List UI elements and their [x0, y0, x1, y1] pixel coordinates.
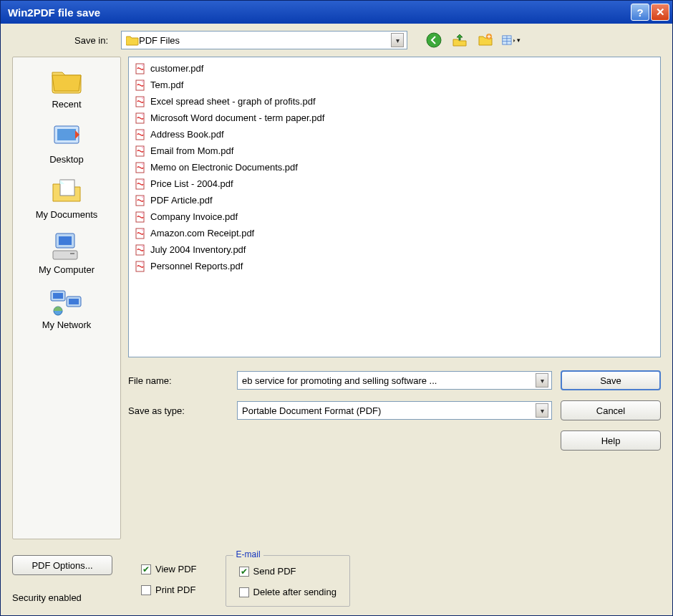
place-label: My Network	[42, 319, 92, 330]
pdf-file-icon	[135, 211, 146, 223]
save-as-type-label: Save as type:	[128, 405, 228, 416]
place-label: My Documents	[36, 209, 98, 220]
file-item[interactable]: Excel spread sheet - graph of profits.pd…	[135, 93, 654, 110]
client-area: Save in: PDF Files ▾	[1, 24, 672, 615]
pdf-file-icon	[135, 162, 146, 173]
chevron-down-icon[interactable]: ▾	[536, 373, 548, 388]
place-label: Desktop	[49, 154, 84, 165]
checkbox-icon	[141, 585, 151, 595]
file-name: Microsoft Word document - term paper.pdf	[150, 112, 324, 123]
file-item[interactable]: July 2004 Inventory.pdf	[135, 241, 654, 258]
file-item[interactable]: customer.pdf	[135, 60, 654, 77]
file-name: July 2004 Inventory.pdf	[150, 244, 246, 255]
pdf-checks: ✔ View PDF Print PDF	[141, 555, 197, 595]
my-network-icon	[49, 287, 84, 317]
place-my-network[interactable]: My Network	[42, 287, 92, 330]
form-rows: File name: eb service for promoting and …	[128, 370, 661, 451]
checkbox-label: View PDF	[155, 564, 197, 574]
save-as-type-value: Portable Document Format (PDF)	[242, 405, 536, 416]
file-name: Address Book.pdf	[150, 129, 224, 140]
email-group: E-mail ✔ Send PDF Delete after sending	[226, 555, 350, 607]
file-name: Price List - 2004.pdf	[150, 178, 233, 189]
file-item[interactable]: Microsoft Word document - term paper.pdf	[135, 110, 654, 126]
file-name: Email from Mom.pdf	[150, 145, 233, 156]
chevron-down-icon: ▾	[517, 37, 521, 44]
save-in-value: PDF Files	[139, 35, 391, 46]
titlebar-close-button[interactable]: ✕	[651, 4, 669, 21]
delete-after-sending-checkbox[interactable]: Delete after sending	[239, 587, 336, 597]
place-recent[interactable]: Recent	[49, 66, 84, 110]
svg-rect-13	[53, 251, 77, 259]
mid-area: Recent Desktop My Documents	[12, 57, 661, 539]
save-in-label: Save in:	[12, 35, 121, 46]
titlebar-help-button[interactable]: ?	[631, 4, 649, 21]
print-pdf-checkbox[interactable]: Print PDF	[141, 584, 197, 595]
file-name: customer.pdf	[150, 63, 203, 74]
file-name: Excel spread sheet - graph of profits.pd…	[150, 96, 316, 107]
pdf-file-icon	[135, 145, 146, 157]
place-label: Recent	[52, 99, 81, 110]
save-button[interactable]: Save	[561, 370, 661, 390]
checkbox-icon: ✔	[239, 567, 249, 577]
my-documents-icon	[49, 176, 84, 206]
file-name: Memo on Electronic Documents.pdf	[150, 162, 298, 173]
new-folder-button[interactable]	[476, 31, 495, 49]
bottom-options: PDF Options... Security enabled ✔ View P…	[12, 555, 661, 607]
titlebar: Win2PDF file save ? ✕	[1, 1, 672, 24]
svg-rect-16	[53, 293, 63, 299]
help-icon: ?	[636, 6, 643, 19]
pdf-file-icon	[135, 63, 146, 74]
email-legend: E-mail	[233, 549, 263, 559]
views-button[interactable]: ▾	[502, 31, 521, 49]
svg-rect-9	[57, 129, 76, 140]
place-my-computer[interactable]: My Computer	[39, 231, 95, 275]
send-pdf-checkbox[interactable]: ✔ Send PDF	[239, 566, 336, 577]
chevron-down-icon[interactable]: ▾	[536, 403, 548, 418]
checkbox-label: Delete after sending	[253, 587, 336, 597]
pdf-options-button[interactable]: PDF Options...	[12, 555, 112, 575]
save-as-type-combo[interactable]: Portable Document Format (PDF) ▾	[237, 401, 552, 420]
filename-combo[interactable]: eb service for promoting and selling sof…	[237, 371, 552, 390]
filename-value: eb service for promoting and selling sof…	[242, 375, 536, 386]
back-button[interactable]	[425, 31, 443, 49]
pdf-file-icon	[135, 96, 146, 107]
file-name: Personnel Reports.pdf	[150, 261, 243, 271]
desktop-icon	[49, 121, 84, 151]
file-item[interactable]: Tem.pdf	[135, 77, 654, 93]
svg-rect-14	[70, 253, 74, 254]
places-bar: Recent Desktop My Documents	[12, 57, 121, 539]
file-item[interactable]: Memo on Electronic Documents.pdf	[135, 159, 654, 175]
pdf-file-icon	[135, 228, 146, 239]
pdf-file-icon	[135, 129, 146, 140]
file-name: Company Invoice.pdf	[150, 211, 238, 222]
cancel-button[interactable]: Cancel	[561, 400, 661, 420]
file-item[interactable]: PDF Article.pdf	[135, 192, 654, 208]
folder-icon	[126, 34, 139, 46]
file-item[interactable]: Amazon.com Receipt.pdf	[135, 225, 654, 241]
file-item[interactable]: Email from Mom.pdf	[135, 143, 654, 159]
chevron-down-icon[interactable]: ▾	[391, 33, 404, 47]
filename-label: File name:	[128, 375, 228, 386]
file-list[interactable]: customer.pdfTem.pdfExcel spread sheet - …	[128, 57, 661, 357]
pdf-file-icon	[135, 178, 146, 190]
place-my-documents[interactable]: My Documents	[36, 176, 98, 220]
view-pdf-checkbox[interactable]: ✔ View PDF	[141, 564, 197, 574]
security-status: Security enabled	[12, 592, 112, 603]
place-desktop[interactable]: Desktop	[49, 121, 84, 165]
file-item[interactable]: Personnel Reports.pdf	[135, 258, 654, 274]
save-in-combo[interactable]: PDF Files ▾	[121, 31, 407, 49]
file-save-dialog: Win2PDF file save ? ✕ Save in: PDF Files…	[0, 0, 673, 616]
pdf-file-icon	[135, 195, 146, 206]
checkbox-icon	[239, 587, 249, 597]
help-button[interactable]: Help	[561, 430, 661, 451]
file-item[interactable]: Address Book.pdf	[135, 126, 654, 143]
pdf-file-icon	[135, 80, 146, 91]
svg-point-0	[427, 33, 441, 47]
place-label: My Computer	[39, 264, 95, 275]
checkbox-label: Send PDF	[253, 566, 296, 577]
up-one-level-button[interactable]	[450, 31, 469, 49]
file-item[interactable]: Company Invoice.pdf	[135, 208, 654, 225]
my-computer-icon	[49, 231, 84, 261]
file-item[interactable]: Price List - 2004.pdf	[135, 175, 654, 192]
checkbox-icon: ✔	[141, 564, 151, 574]
